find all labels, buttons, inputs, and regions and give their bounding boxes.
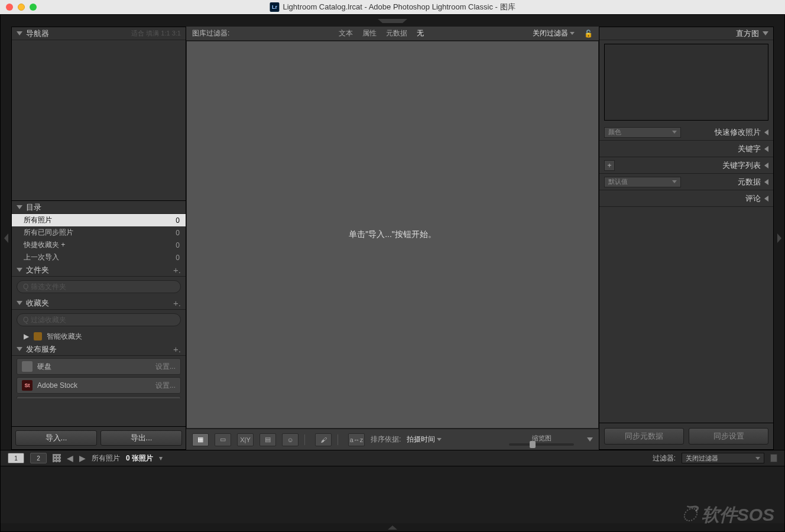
app-frame: 导航器 适合 填满 1:1 3:1 目录 所有照片0 所有已同步照片0 快捷收藏… [0, 14, 785, 532]
search-icon: Q [23, 283, 28, 291]
catalog-item-synced[interactable]: 所有已同步照片0 [12, 226, 186, 239]
sort-direction-button[interactable]: a↔z [348, 433, 365, 446]
chevron-left-icon [764, 179, 768, 185]
collections-search[interactable]: Q过滤收藏夹 [17, 313, 181, 326]
close-icon[interactable] [6, 4, 13, 11]
publish-item-stock[interactable]: St Adobe Stock 设置... [17, 377, 181, 394]
app-badge-icon: Lr [270, 2, 279, 12]
collections-header[interactable]: 收藏夹 +. [12, 297, 186, 310]
chevron-left-icon [764, 146, 768, 152]
catalog-list: 所有照片0 所有已同步照片0 快捷收藏夹 +0 上一次导入0 [12, 214, 186, 264]
keyword-list-header[interactable]: + 关键字列表 [599, 157, 773, 174]
right-edge-handle[interactable] [774, 27, 784, 450]
metadata-header[interactable]: 默认值 元数据 [599, 174, 773, 190]
minimize-icon[interactable] [18, 4, 25, 11]
library-canvas[interactable]: 单击"导入..."按钮开始。 [186, 41, 599, 429]
navigator-header[interactable]: 导航器 适合 填满 1:1 3:1 [12, 27, 186, 40]
filter-none[interactable]: 无 [417, 28, 424, 38]
compare-view-button[interactable]: X|Y [237, 433, 254, 446]
folders-header[interactable]: 文件夹 +. [12, 264, 186, 277]
comments-header[interactable]: 评论 [599, 190, 773, 207]
publish-label: 发布服务 [26, 344, 57, 355]
histogram-label: 直方图 [736, 28, 759, 39]
quick-develop-dropdown[interactable]: 颜色 [604, 127, 681, 138]
collections-label: 收藏夹 [26, 298, 49, 309]
toolbar-menu-icon[interactable] [587, 437, 593, 442]
import-button[interactable]: 导入... [15, 430, 97, 446]
survey-view-button[interactable]: ▤ [259, 433, 276, 446]
keywords-header[interactable]: 关键字 [599, 141, 773, 157]
filter-attribute[interactable]: 属性 [362, 28, 377, 38]
filmstrip[interactable] [1, 466, 784, 523]
left-button-row: 导入... 导出... [12, 426, 186, 449]
add-collection-button[interactable]: +. [173, 298, 181, 308]
add-folder-button[interactable]: +. [173, 265, 181, 275]
left-edge-handle[interactable] [1, 27, 11, 450]
lock-icon[interactable]: 🔓 [584, 30, 593, 38]
catalog-item-all[interactable]: 所有照片0 [12, 214, 186, 226]
library-toolbar: ▦ ▭ X|Y ▤ ☺ 🖌 a↔z 排序依据: 拍摄时间 缩览图 [186, 429, 599, 450]
bottom-collapse-handle[interactable] [1, 523, 784, 531]
export-button[interactable]: 导出... [100, 430, 182, 446]
publish-item-flickr[interactable]: •• Flickr 设置... [17, 396, 181, 398]
chevron-left-icon [4, 233, 8, 243]
add-keyword-button[interactable]: + [604, 160, 615, 171]
nav-back-button[interactable]: ◀ [67, 453, 73, 463]
filter-text[interactable]: 文本 [339, 28, 353, 38]
people-view-button[interactable]: ☺ [282, 433, 299, 446]
painter-tool-button[interactable]: 🖌 [315, 433, 332, 446]
publish-setup-link[interactable]: 设置... [155, 381, 176, 391]
folders-search[interactable]: Q筛选文件夹 [17, 280, 181, 293]
chevron-down-icon[interactable]: ▾ [159, 454, 163, 462]
filmstrip-count: 0 张照片 [126, 453, 153, 463]
center-panel: 图库过滤器: 文本 属性 元数据 无 关闭过滤器 🔓 单击"导入..."按钮开始… [186, 27, 599, 450]
filmstrip-filter-dropdown[interactable]: 关闭过滤器 [682, 453, 764, 463]
filter-off-dropdown[interactable]: 关闭过滤器 [533, 28, 575, 38]
histogram-header[interactable]: 直方图 [599, 27, 773, 40]
loupe-view-button[interactable]: ▭ [215, 433, 231, 446]
screen-mode-1[interactable]: 1 [8, 453, 24, 463]
traffic-lights [6, 4, 37, 11]
chevron-left-icon [764, 163, 768, 168]
metadata-preset-dropdown[interactable]: 默认值 [604, 177, 681, 187]
library-filter-bar: 图库过滤器: 文本 属性 元数据 无 关闭过滤器 🔓 [186, 27, 599, 41]
catalog-item-quick[interactable]: 快捷收藏夹 +0 [12, 239, 186, 251]
screen-mode-2[interactable]: 2 [30, 453, 47, 463]
sync-settings-button[interactable]: 同步设置 [689, 428, 768, 445]
publish-header[interactable]: 发布服务 +. [12, 343, 186, 356]
add-publish-button[interactable]: +. [173, 344, 181, 354]
navigator-label: 导航器 [26, 28, 49, 39]
zoom-icon[interactable] [30, 4, 37, 11]
filter-metadata[interactable]: 元数据 [386, 28, 407, 38]
catalog-label: 目录 [26, 202, 41, 213]
chevron-down-icon [17, 31, 22, 35]
grid-icon[interactable] [53, 454, 61, 462]
chevron-down-icon [17, 347, 22, 351]
top-collapse-handle[interactable] [1, 15, 784, 27]
publish-item-disk[interactable]: 硬盘 设置... [17, 358, 181, 375]
smart-collections-row[interactable]: ▶ 智能收藏夹 [12, 330, 186, 343]
filter-switch-icon[interactable] [770, 454, 777, 462]
nav-forward-button[interactable]: ▶ [79, 453, 86, 463]
publish-setup-link[interactable]: 设置... [155, 362, 176, 372]
sort-dropdown[interactable]: 拍摄时间 [407, 434, 442, 445]
thumbnail-size-control[interactable]: 缩览图 [509, 434, 574, 446]
filmstrip-filter-label: 过滤器: [653, 453, 676, 463]
disk-icon [22, 361, 33, 372]
thumbnail-slider[interactable] [509, 443, 574, 446]
empty-state-message: 单击"导入..."按钮开始。 [349, 229, 436, 240]
adobe-stock-icon: St [22, 380, 33, 391]
sync-metadata-button[interactable]: 同步元数据 [604, 428, 684, 445]
right-panel: 直方图 颜色 快速修改照片 关键字 + 关键字列表 默认值 元数据 [599, 27, 774, 450]
histogram-body [604, 44, 768, 121]
window-title: Lr Lightroom Catalog.lrcat - Adobe Photo… [270, 2, 515, 12]
navigator-zoom-hint[interactable]: 适合 填满 1:1 3:1 [53, 29, 181, 38]
quick-develop-header[interactable]: 颜色 快速修改照片 [599, 124, 773, 141]
grid-view-button[interactable]: ▦ [192, 433, 209, 446]
chevron-down-icon [763, 31, 768, 35]
filmstrip-path[interactable]: 所有照片 [92, 453, 120, 463]
chevron-right-icon [777, 233, 781, 243]
catalog-header[interactable]: 目录 [12, 201, 186, 214]
smart-collection-label: 智能收藏夹 [47, 332, 82, 342]
catalog-item-lastimport[interactable]: 上一次导入0 [12, 251, 186, 264]
